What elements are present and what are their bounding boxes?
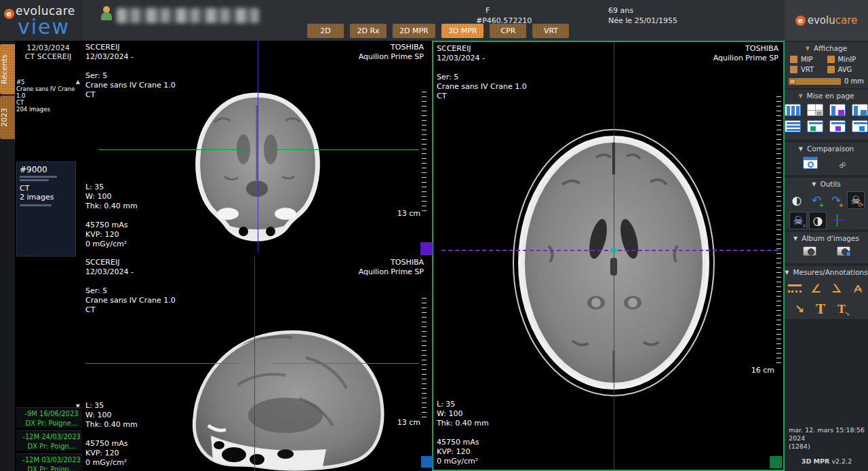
section-header-mise-en-page[interactable]: ▼ Mise en page [785,90,868,102]
section-affichage: ▼ Affichage MIP MinIP VRT AVG 0 mm [785,42,868,88]
viewport-axial[interactable]: SCCEREIJ 12/03/2024 - Ser: 5 Crane sans … [432,41,785,471]
checkbox-icon [827,66,835,73]
text-annotation-icon[interactable]: T [812,301,829,317]
layout-grid-2x2-icon[interactable] [807,104,823,116]
application-window: eevolucare view F #P460.572210 69 ans Né… [0,0,868,471]
layout-left-col-purple-icon[interactable] [829,104,846,116]
skull-zoom-icon[interactable]: ☠⌕ [790,212,806,229]
series-modality: CT [17,183,75,193]
overlay-bottom-left: L: 35 W: 100 Thk: 0.40 mm 45750 mAs KVP:… [85,401,138,468]
viewport-sagittal[interactable]: SCCEREIJ 12/03/2024 - Ser: 5 Crane sans … [82,256,429,471]
tab-2d[interactable]: 2D [307,24,344,38]
tab-3d-mpr[interactable]: 3D MPR [441,24,484,38]
crosshair-sagittal-line[interactable] [258,41,258,252]
patient-sex: F [486,5,490,16]
toggle-minip[interactable]: MinIP [827,56,863,63]
skull-reset-icon[interactable]: ☠⟳ [848,192,864,208]
section-outils: ▼ Outils ◐ ↶+ ↷+ ☠⟳ ☠⌕ ◑ [785,178,868,229]
layout-grid-purple-icon[interactable] [829,120,846,132]
viewport-coronal[interactable]: SCCEREIJ 12/03/2024 - Ser: 5 Crane sans … [82,41,429,252]
crosshair-axial-line[interactable] [85,363,240,364]
layout-grid-green-icon[interactable] [807,120,823,132]
undo-icon[interactable]: ↶+ [808,192,825,208]
redo-icon[interactable]: ↷+ [828,192,844,208]
series-number: #5 [16,67,76,86]
four-point-angle-icon[interactable]: ∢ [850,280,866,297]
prior-study-item[interactable]: -9M 16/06/2023 DX Pr: Poigne... [16,407,87,428]
logo-product-text: view [18,15,70,39]
angle-icon[interactable]: ∠ [808,280,824,297]
link-series-icon[interactable]: ∞ [831,153,854,176]
section-header-comparaison[interactable]: ▼ Comparaison [785,143,868,155]
crosshair-icon[interactable] [829,212,846,229]
overlay-top-left: SCCEREIJ 12/03/2024 - Ser: 5 Crane sans … [85,43,176,100]
section-header-mesures[interactable]: ▼ Mesures/Annotations [785,266,868,278]
tab-vrt[interactable]: VRT [532,24,569,38]
crosshair-axial-line[interactable] [273,363,419,364]
tools-panel: ▼ Affichage MIP MinIP VRT AVG 0 mm ▼ Mis… [785,41,868,471]
series-count: 2 images [17,193,75,202]
status-mode: 3D MPR [802,457,830,465]
crosshair-center-dot[interactable] [611,248,616,253]
layout-left-col-blue-icon[interactable] [852,104,868,116]
crosshair-coronal-line[interactable] [254,256,255,471]
scroll-up-icon[interactable]: ▲ [76,79,80,85]
layout-rows-icon[interactable] [785,120,801,132]
compare-timeline-icon[interactable] [803,157,818,169]
cobb-angle-icon[interactable]: ∠ [829,280,845,297]
crosshair-axial-line[interactable] [275,149,418,150]
thickness-slider[interactable] [789,78,841,85]
checkbox-icon [827,56,835,63]
slider-thumb[interactable] [789,79,795,84]
tab-2d-rx[interactable]: 2D Rx [350,24,387,38]
crosshair-axial-line[interactable] [98,149,242,150]
layout-columns-icon[interactable] [785,104,801,116]
checkbox-icon [790,66,797,73]
section-header-affichage[interactable]: ▼ Affichage [785,42,868,54]
toggle-vrt[interactable]: VRT [790,66,826,73]
section-header-outils[interactable]: ▼ Outils [785,178,868,190]
overlay-top-left: SCCEREIJ 12/03/2024 - Ser: 5 Crane sans … [85,258,176,315]
series-number: #9000 [17,162,75,174]
chevron-down-icon: ▼ [812,181,816,187]
scale-ruler [776,96,781,364]
layout-grid-blue-icon[interactable] [852,120,868,132]
series-thumbnail-1[interactable]: #5 Crane sans IV Crane 1.0 CT 204 images [16,67,76,160]
contrast-icon[interactable]: ◐ [789,192,805,208]
ruler-icon[interactable] [787,280,803,297]
viewport-resize-handle[interactable] [770,456,782,468]
tab-2d-mpr[interactable]: 2D MPR [393,24,435,38]
snapshot-save-icon[interactable] [837,246,850,256]
series-modality: CT [16,99,76,106]
section-mise-en-page: ▼ Mise en page [785,90,868,140]
section-album: ▼ Album d'images [785,232,868,263]
prior-study-item[interactable]: -12M 24/03/2023 DX Pr: Poign... [16,430,87,451]
toggle-mip[interactable]: MIP [790,56,826,63]
axial-plane-handle[interactable] [420,242,433,255]
arrow-annotation-icon[interactable]: ↘ [791,301,808,317]
text-arrow-icon[interactable]: T↘ [833,301,850,317]
crosshair-axial-plane-line[interactable] [441,250,778,251]
scale-label: 16 cm [751,366,774,375]
snapshot-camera-icon[interactable] [803,246,816,256]
skull-rotate-icon[interactable]: ◑ [810,212,826,229]
study-header: 12/03/2024 CT SCCEREIJ [15,41,81,61]
overlay-top-right: TOSHIBA Aquilion Prime SP [359,43,424,62]
sidebar-tab-rail: Récents 2023 [0,41,15,471]
section-comparaison: ▼ Comparaison ∞ [785,143,868,175]
coronal-plane-handle[interactable] [421,456,433,468]
prior-study-item[interactable]: -12M 03/03/2023 DX Pr: Poign... [16,453,87,471]
evolucare-brand-logo: e evolucare [785,0,868,41]
tab-cpr[interactable]: CPR [490,24,526,38]
section-header-album[interactable]: ▼ Album d'images [785,232,868,244]
series-thumbnail-2[interactable]: #9000 CT 2 images [16,162,76,257]
top-bar: eevolucare view F #P460.572210 69 ans Né… [0,0,868,41]
overlay-top-right: TOSHIBA Aquilion Prime SP [359,258,424,277]
crosshair-sagittal-line[interactable] [614,42,614,470]
sidebar-tab-2023[interactable]: 2023 [0,96,15,139]
chevron-down-icon: ▼ [806,45,810,52]
slider-value: 0 mm [844,77,864,85]
toggle-avg[interactable]: AVG [827,66,863,73]
mode-tabs: 2D 2D Rx 2D MPR 3D MPR CPR VRT [307,24,569,38]
sidebar-tab-recents[interactable]: Récents [0,44,15,94]
